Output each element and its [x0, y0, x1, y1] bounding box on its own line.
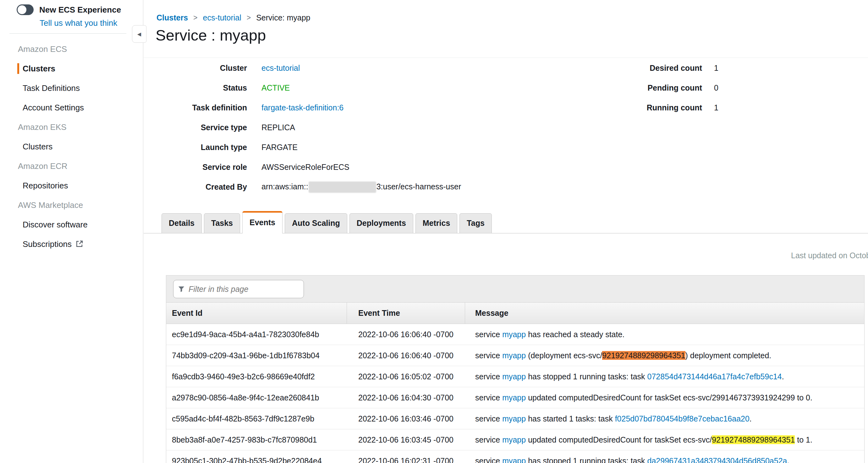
detail-row-service-type: Service typeREPLICA	[156, 118, 461, 138]
event-message-cell: service myapp has reached a steady state…	[465, 330, 864, 339]
message-text: ) deployment completed.	[685, 351, 772, 360]
message-link[interactable]: myapp	[502, 414, 526, 423]
message-text: service	[475, 393, 502, 402]
column-header-event-id[interactable]: Event Id	[166, 302, 347, 324]
message-link[interactable]: myapp	[502, 330, 526, 339]
detail-link[interactable]: ecs-tutorial	[261, 63, 300, 73]
tab-tasks[interactable]: Tasks	[204, 213, 240, 233]
event-row: f6a9cdb3-9460-49e3-b2c6-98669e40fdf22022…	[166, 366, 864, 387]
tab-details[interactable]: Details	[161, 213, 202, 233]
message-link[interactable]: myapp	[502, 435, 526, 444]
event-id-cell: 8beb3a8f-a0e7-4257-983b-c7fc870980d1	[166, 435, 347, 444]
detail-label: Cluster	[156, 63, 247, 73]
message-text: has started 1 tasks: task	[526, 414, 615, 423]
message-text: .	[782, 372, 784, 381]
event-time-cell: 2022-10-06 16:05:02 -0700	[347, 372, 465, 381]
message-link[interactable]: myapp	[502, 393, 526, 402]
tab-deployments[interactable]: Deployments	[349, 213, 413, 233]
toggle-knob	[18, 5, 26, 14]
detail-value-service-type: REPLICA	[261, 123, 295, 132]
search-highlight: 9219274889298964351	[602, 351, 685, 360]
event-id-cell: 74bb3d09-c209-43a1-96be-1db1f6783b04	[166, 351, 347, 360]
detail-value-service-role: AWSServiceRoleForECS	[261, 163, 349, 172]
filter-funnel-icon	[178, 286, 185, 292]
sidebar-item-subscriptions[interactable]: Subscriptions	[0, 239, 143, 259]
breadcrumb-separator: >	[247, 13, 251, 22]
tab-metrics[interactable]: Metrics	[415, 213, 458, 233]
arn-prefix: arn:aws:iam::	[261, 182, 308, 191]
message-text: (deployment ecs-svc/	[526, 351, 602, 360]
breadcrumb: Clusters>ecs-tutorial>Service: myapp	[156, 13, 310, 22]
message-link[interactable]: myapp	[502, 372, 526, 381]
message-link[interactable]: f025d07bd780454b9f8e7cebac16aa20	[615, 414, 749, 423]
event-row: 74bb3d09-c209-43a1-96be-1db1f6783b042022…	[166, 345, 864, 366]
detail-value-task-definition: fargate-task-definition:6	[261, 103, 343, 112]
event-id-cell: 923b05c1-30b2-47bb-b535-9d2be22084e4	[166, 456, 347, 463]
detail-value-text: FARGATE	[261, 143, 298, 152]
column-header-message[interactable]: Message	[465, 302, 864, 324]
sidebar-divider	[9, 33, 126, 34]
main-content: Clusters>ecs-tutorial>Service: myapp Ser…	[144, 0, 868, 463]
detail-value-launch-type: FARGATE	[261, 143, 298, 152]
message-link[interactable]: myapp	[502, 456, 526, 463]
column-header-event-time[interactable]: Event Time	[347, 302, 465, 324]
sidebar-item-label: Clusters	[23, 142, 53, 151]
tab-auto-scaling[interactable]: Auto Scaling	[285, 213, 347, 233]
sidebar: New ECS Experience Tell us what you thin…	[0, 0, 143, 463]
sidebar-item-label: Task Definitions	[23, 83, 80, 93]
detail-value-running-count: 1	[714, 103, 718, 112]
detail-label: Desired count	[640, 63, 702, 73]
title-divider	[144, 58, 868, 58]
detail-link[interactable]: fargate-task-definition:6	[261, 103, 343, 112]
event-message-cell: service myapp has stopped 1 running task…	[465, 372, 864, 381]
sidebar-section-amazon-ecr: Amazon ECR	[0, 161, 143, 181]
sidebar-item-label: Account Settings	[23, 103, 84, 112]
sidebar-item-clusters[interactable]: Clusters	[0, 142, 143, 161]
detail-value-cluster: ecs-tutorial	[261, 63, 300, 73]
sidebar-item-discover-software[interactable]: Discover software	[0, 220, 143, 239]
event-row: a2978c90-0856-4a8e-9f4c-12eae260841b2022…	[166, 387, 864, 408]
event-message-cell: service myapp has stopped 1 running task…	[465, 456, 864, 463]
sidebar-item-label: Repositories	[23, 181, 68, 190]
sidebar-section-amazon-ecs: Amazon ECS	[0, 45, 143, 64]
event-id-cell: f6a9cdb3-9460-49e3-b2c6-98669e40fdf2	[166, 372, 347, 381]
detail-value-status: ACTIVE	[261, 83, 290, 92]
external-link-icon	[72, 239, 83, 249]
message-text: service	[475, 414, 502, 423]
sidebar-section-amazon-eks: Amazon EKS	[0, 122, 143, 142]
feedback-link[interactable]: Tell us what you think	[40, 18, 117, 28]
message-link[interactable]: da29967431a3483794304d56d850a52a	[647, 456, 787, 463]
new-ecs-experience-row: New ECS Experience	[17, 4, 121, 16]
breadcrumb-ecs-tutorial[interactable]: ecs-tutorial	[203, 13, 241, 22]
event-time-cell: 2022-10-06 16:02:31 -0700	[347, 456, 465, 463]
event-row: ec9e1d94-9aca-45b4-a4a1-7823030fe84b2022…	[166, 324, 864, 345]
filter-input[interactable]	[188, 284, 299, 294]
events-table-panel: Event IdEvent TimeMessage ec9e1d94-9aca-…	[166, 275, 865, 463]
sidebar-item-clusters[interactable]: Clusters	[0, 64, 143, 83]
sidebar-item-repositories[interactable]: Repositories	[0, 181, 143, 200]
active-item-indicator	[17, 63, 19, 74]
sidebar-item-account-settings[interactable]: Account Settings	[0, 103, 143, 122]
tab-events[interactable]: Events	[242, 211, 282, 233]
message-text: updated computedDesiredCount for taskSet…	[526, 435, 712, 444]
detail-value-text: AWSServiceRoleForECS	[261, 163, 349, 171]
detail-value-desired-count: 1	[714, 63, 718, 73]
event-message-cell: service myapp has started 1 tasks: task …	[465, 414, 864, 423]
message-text: has stopped 1 running tasks: task	[526, 372, 647, 381]
sidebar-collapse-button[interactable]: ◀	[132, 25, 147, 43]
detail-label: Status	[156, 83, 247, 92]
detail-label: Task definition	[156, 103, 247, 112]
message-link[interactable]: 072854d473144d46a17fa4c7efb59c14	[647, 372, 782, 381]
events-table-body: ec9e1d94-9aca-45b4-a4a1-7823030fe84b2022…	[166, 324, 864, 463]
new-ecs-experience-toggle[interactable]	[17, 4, 34, 15]
detail-row-task-definition: Task definitionfargate-task-definition:6	[156, 98, 461, 118]
sidebar-item-task-definitions[interactable]: Task Definitions	[0, 83, 143, 103]
message-link[interactable]: myapp	[502, 351, 526, 360]
page-title: Service : myapp	[156, 26, 266, 44]
detail-label: Running count	[640, 103, 702, 112]
breadcrumb-clusters[interactable]: Clusters	[156, 13, 188, 22]
tab-tags[interactable]: Tags	[460, 213, 492, 233]
detail-row-desired-count: Desired count1	[640, 58, 718, 78]
detail-row-pending-count: Pending count0	[640, 78, 718, 98]
arn-suffix: 3:user/ecs-harness-user	[376, 182, 461, 191]
